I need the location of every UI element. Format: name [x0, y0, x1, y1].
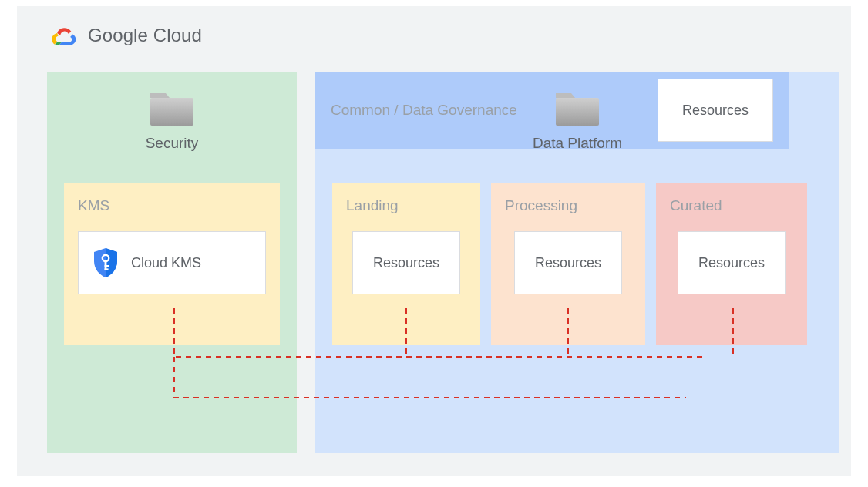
diagram-canvas: Google Cloud Security KMS	[17, 6, 851, 476]
cloud-kms-label: Cloud KMS	[131, 255, 201, 271]
folder-icon	[553, 89, 601, 127]
processing-resources-node: Resources	[514, 231, 622, 294]
security-title: Security	[146, 135, 199, 152]
cloud-kms-node: Cloud KMS	[78, 231, 266, 294]
security-panel: Security KMS Cloud KMS	[47, 72, 297, 453]
google-cloud-wordmark: Google Cloud	[88, 25, 202, 46]
processing-subpanel: Processing Resources	[491, 183, 645, 345]
landing-subpanel: Landing Resources	[332, 183, 480, 345]
shield-key-icon	[93, 247, 119, 278]
curated-resources-node: Resources	[678, 231, 786, 294]
landing-title: Landing	[346, 197, 466, 214]
curated-title: Curated	[670, 197, 793, 214]
svg-rect-5	[556, 98, 599, 126]
kms-title: KMS	[78, 197, 266, 214]
curated-resources-label: Resources	[698, 255, 765, 271]
processing-resources-label: Resources	[535, 255, 601, 271]
data-platform-panel: Data Platform Landing Resources Processi…	[315, 72, 839, 453]
svg-rect-4	[105, 268, 109, 270]
google-cloud-header: Google Cloud	[51, 25, 202, 46]
governance-resources-node: Resources	[658, 79, 773, 142]
landing-resources-node: Resources	[352, 231, 460, 294]
curated-subpanel: Curated Resources	[656, 183, 807, 345]
google-cloud-logo-icon	[51, 25, 77, 46]
landing-resources-label: Resources	[373, 255, 439, 271]
data-platform-title: Data Platform	[533, 135, 622, 152]
processing-title: Processing	[505, 197, 631, 214]
security-folder: Security	[47, 89, 297, 152]
folder-icon	[148, 89, 196, 127]
governance-resources-label: Resources	[682, 102, 749, 119]
svg-rect-3	[105, 265, 109, 267]
brand-light: Cloud	[148, 25, 202, 45]
brand-bold: Google	[88, 25, 148, 45]
svg-rect-0	[150, 98, 193, 126]
kms-subpanel: KMS Cloud KMS	[64, 183, 280, 345]
